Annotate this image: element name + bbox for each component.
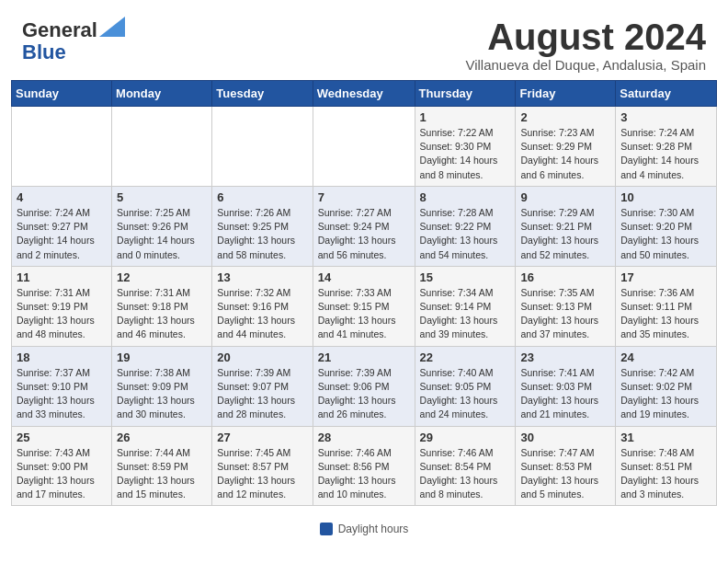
calendar-cell: 30Sunrise: 7:47 AM Sunset: 8:53 PM Dayli… — [516, 426, 616, 506]
day-info: Sunrise: 7:48 AM Sunset: 8:51 PM Dayligh… — [620, 446, 711, 502]
calendar-cell: 25Sunrise: 7:43 AM Sunset: 9:00 PM Dayli… — [12, 426, 112, 506]
day-number: 4 — [17, 190, 107, 204]
calendar-cell: 2Sunrise: 7:23 AM Sunset: 9:29 PM Daylig… — [516, 107, 616, 187]
calendar-cell: 23Sunrise: 7:41 AM Sunset: 9:03 PM Dayli… — [516, 346, 616, 426]
calendar-cell: 12Sunrise: 7:31 AM Sunset: 9:18 PM Dayli… — [112, 266, 212, 346]
day-number: 29 — [420, 431, 511, 444]
day-info: Sunrise: 7:46 AM Sunset: 8:54 PM Dayligh… — [420, 446, 511, 502]
calendar-cell: 19Sunrise: 7:38 AM Sunset: 9:09 PM Dayli… — [112, 346, 212, 426]
day-number: 23 — [520, 350, 610, 364]
calendar-cell: 13Sunrise: 7:32 AM Sunset: 9:16 PM Dayli… — [212, 266, 313, 346]
calendar-cell: 4Sunrise: 7:24 AM Sunset: 9:27 PM Daylig… — [12, 186, 112, 266]
calendar-row: 18Sunrise: 7:37 AM Sunset: 9:10 PM Dayli… — [12, 346, 717, 426]
calendar-cell: 16Sunrise: 7:35 AM Sunset: 9:13 PM Dayli… — [516, 266, 616, 346]
calendar-cell: 10Sunrise: 7:30 AM Sunset: 9:20 PM Dayli… — [616, 186, 717, 266]
day-number: 19 — [117, 350, 207, 364]
calendar-cell: 27Sunrise: 7:45 AM Sunset: 8:57 PM Dayli… — [212, 426, 313, 506]
day-info: Sunrise: 7:24 AM Sunset: 9:28 PM Dayligh… — [620, 126, 711, 182]
day-info: Sunrise: 7:27 AM Sunset: 9:24 PM Dayligh… — [318, 206, 410, 262]
day-info: Sunrise: 7:29 AM Sunset: 9:21 PM Dayligh… — [520, 206, 610, 262]
calendar-cell — [12, 107, 112, 187]
calendar-cell: 15Sunrise: 7:34 AM Sunset: 9:14 PM Dayli… — [415, 266, 516, 346]
calendar-header: SundayMondayTuesdayWednesdayThursdayFrid… — [12, 81, 717, 107]
day-info: Sunrise: 7:31 AM Sunset: 9:19 PM Dayligh… — [17, 286, 107, 342]
calendar-row: 25Sunrise: 7:43 AM Sunset: 9:00 PM Dayli… — [12, 426, 717, 506]
day-number: 22 — [420, 350, 511, 364]
day-number: 3 — [620, 110, 711, 124]
day-info: Sunrise: 7:40 AM Sunset: 9:05 PM Dayligh… — [420, 366, 511, 422]
calendar-cell: 31Sunrise: 7:48 AM Sunset: 8:51 PM Dayli… — [616, 426, 717, 506]
calendar-row: 4Sunrise: 7:24 AM Sunset: 9:27 PM Daylig… — [12, 186, 717, 266]
calendar-cell: 1Sunrise: 7:22 AM Sunset: 9:30 PM Daylig… — [415, 107, 516, 187]
calendar-cell: 17Sunrise: 7:36 AM Sunset: 9:11 PM Dayli… — [616, 266, 717, 346]
day-number: 24 — [620, 350, 711, 364]
day-info: Sunrise: 7:44 AM Sunset: 8:59 PM Dayligh… — [117, 446, 207, 502]
day-number: 15 — [420, 270, 511, 284]
title-block: August 2024 Villanueva del Duque, Andalu… — [465, 17, 706, 73]
footer-label: Daylight hours — [338, 523, 409, 535]
day-number: 7 — [318, 190, 410, 204]
day-number: 21 — [318, 350, 410, 364]
day-number: 2 — [520, 110, 610, 124]
day-number: 10 — [620, 190, 711, 204]
day-info: Sunrise: 7:33 AM Sunset: 9:15 PM Dayligh… — [318, 286, 410, 342]
day-info: Sunrise: 7:24 AM Sunset: 9:27 PM Dayligh… — [17, 206, 107, 262]
calendar-row: 11Sunrise: 7:31 AM Sunset: 9:19 PM Dayli… — [12, 266, 717, 346]
day-header: Wednesday — [313, 81, 415, 107]
day-info: Sunrise: 7:34 AM Sunset: 9:14 PM Dayligh… — [420, 286, 511, 342]
calendar-cell: 9Sunrise: 7:29 AM Sunset: 9:21 PM Daylig… — [516, 186, 616, 266]
subtitle: Villanueva del Duque, Andalusia, Spain — [465, 57, 706, 73]
calendar-cell: 22Sunrise: 7:40 AM Sunset: 9:05 PM Dayli… — [415, 346, 516, 426]
day-number: 9 — [520, 190, 610, 204]
day-header: Thursday — [415, 81, 516, 107]
day-number: 25 — [17, 431, 107, 444]
day-info: Sunrise: 7:22 AM Sunset: 9:30 PM Dayligh… — [420, 126, 511, 182]
month-title: August 2024 — [465, 17, 706, 57]
day-number: 30 — [520, 431, 610, 444]
day-header: Saturday — [616, 81, 717, 107]
day-info: Sunrise: 7:41 AM Sunset: 9:03 PM Dayligh… — [520, 366, 610, 422]
day-number: 11 — [17, 270, 107, 284]
logo-blue: Blue — [22, 40, 66, 63]
footer: Daylight hours — [0, 517, 728, 539]
calendar-cell — [212, 107, 313, 187]
day-number: 8 — [420, 190, 511, 204]
calendar-cell: 28Sunrise: 7:46 AM Sunset: 8:56 PM Dayli… — [313, 426, 415, 506]
day-info: Sunrise: 7:23 AM Sunset: 9:29 PM Dayligh… — [520, 126, 610, 182]
calendar-cell — [112, 107, 212, 187]
footer-dot — [320, 523, 333, 535]
day-info: Sunrise: 7:45 AM Sunset: 8:57 PM Dayligh… — [217, 446, 307, 502]
day-number: 14 — [318, 270, 410, 284]
day-info: Sunrise: 7:39 AM Sunset: 9:06 PM Dayligh… — [318, 366, 410, 422]
day-info: Sunrise: 7:38 AM Sunset: 9:09 PM Dayligh… — [117, 366, 207, 422]
day-info: Sunrise: 7:47 AM Sunset: 8:53 PM Dayligh… — [520, 446, 610, 502]
day-info: Sunrise: 7:35 AM Sunset: 9:13 PM Dayligh… — [520, 286, 610, 342]
calendar-row: 1Sunrise: 7:22 AM Sunset: 9:30 PM Daylig… — [12, 107, 717, 187]
day-number: 6 — [217, 190, 307, 204]
calendar-cell: 26Sunrise: 7:44 AM Sunset: 8:59 PM Dayli… — [112, 426, 212, 506]
logo-icon — [99, 17, 125, 37]
day-info: Sunrise: 7:26 AM Sunset: 9:25 PM Dayligh… — [217, 206, 307, 262]
calendar-cell: 29Sunrise: 7:46 AM Sunset: 8:54 PM Dayli… — [415, 426, 516, 506]
calendar-cell — [313, 107, 415, 187]
day-number: 20 — [217, 350, 307, 364]
day-header: Monday — [112, 81, 212, 107]
day-info: Sunrise: 7:42 AM Sunset: 9:02 PM Dayligh… — [620, 366, 711, 422]
day-info: Sunrise: 7:25 AM Sunset: 9:26 PM Dayligh… — [117, 206, 207, 262]
day-info: Sunrise: 7:30 AM Sunset: 9:20 PM Dayligh… — [620, 206, 711, 262]
day-number: 16 — [520, 270, 610, 284]
day-header: Friday — [516, 81, 616, 107]
calendar-cell: 7Sunrise: 7:27 AM Sunset: 9:24 PM Daylig… — [313, 186, 415, 266]
calendar-table: SundayMondayTuesdayWednesdayThursdayFrid… — [11, 80, 717, 506]
calendar-cell: 18Sunrise: 7:37 AM Sunset: 9:10 PM Dayli… — [12, 346, 112, 426]
day-info: Sunrise: 7:36 AM Sunset: 9:11 PM Dayligh… — [620, 286, 711, 342]
calendar-cell: 5Sunrise: 7:25 AM Sunset: 9:26 PM Daylig… — [112, 186, 212, 266]
day-info: Sunrise: 7:43 AM Sunset: 9:00 PM Dayligh… — [17, 446, 107, 502]
calendar-cell: 21Sunrise: 7:39 AM Sunset: 9:06 PM Dayli… — [313, 346, 415, 426]
day-info: Sunrise: 7:46 AM Sunset: 8:56 PM Dayligh… — [318, 446, 410, 502]
day-number: 31 — [620, 431, 711, 444]
day-number: 28 — [318, 431, 410, 444]
day-number: 18 — [17, 350, 107, 364]
day-number: 13 — [217, 270, 307, 284]
logo: General Blue — [22, 17, 125, 63]
